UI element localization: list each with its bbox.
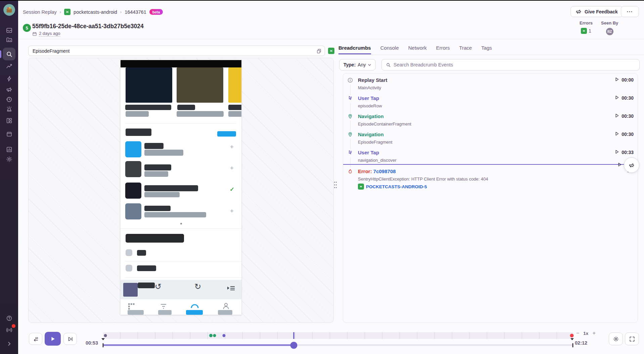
megaphone-icon xyxy=(629,162,635,168)
tab-errors[interactable]: Errors xyxy=(436,45,450,54)
timeline-event-marker[interactable] xyxy=(209,334,213,337)
give-feedback-button[interactable]: Give Feedback xyxy=(570,6,623,17)
event-title: User Tap xyxy=(358,95,382,101)
event-title: Replay Start xyxy=(358,77,387,83)
breadcrumb-separator: › xyxy=(60,9,61,14)
total-duration: 02:12 xyxy=(575,340,595,346)
breadcrumb-session-replay[interactable]: Session Replay xyxy=(23,9,57,15)
replay-phone-screen: + + ✓ + ↺ xyxy=(121,60,241,315)
speed-value[interactable]: 1x xyxy=(583,331,588,336)
errors-count: 1 xyxy=(589,28,591,34)
sidebar-item-replays[interactable] xyxy=(0,94,18,104)
breadcrumb-item[interactable]: User TapepisodeRow00:30 xyxy=(343,92,638,110)
replay-age[interactable]: 2 days ago xyxy=(32,31,60,37)
sidebar-item-help[interactable] xyxy=(0,313,18,323)
current-time-indicator xyxy=(343,164,638,165)
sidebar-item-dashboards[interactable] xyxy=(0,61,18,71)
sidebar-item-explore[interactable] xyxy=(0,48,18,60)
redo-icon: ↻ xyxy=(194,282,201,291)
android-platform-icon xyxy=(328,48,334,54)
seek-thumb[interactable] xyxy=(290,342,297,349)
wireframe-card xyxy=(177,67,223,103)
timeline-notch-error xyxy=(570,338,574,340)
cursor-tap-icon xyxy=(348,96,353,101)
wireframe-statusbar xyxy=(121,60,241,67)
sidebar-item-releases[interactable] xyxy=(0,129,18,139)
sidebar-item-performance[interactable] xyxy=(0,73,18,84)
tab-network[interactable]: Network xyxy=(408,45,427,54)
rewind-10-button[interactable]: 10 xyxy=(29,333,42,345)
event-description: EpisodeContainerFragment xyxy=(358,121,411,127)
wireframe-filter-icon xyxy=(160,304,168,310)
sidebar-item-alerts[interactable] xyxy=(0,104,18,114)
timeline-strip[interactable] xyxy=(103,332,573,339)
wireframe-grid-icon xyxy=(128,303,140,310)
sidebar-item-feedback[interactable] xyxy=(0,84,18,94)
timeline-event-marker[interactable] xyxy=(213,334,216,337)
breadcrumb-replay-id: 16443761 xyxy=(125,9,146,15)
breadcrumb-item[interactable]: Error: 7c098708SentryHttpClientException… xyxy=(343,165,638,192)
jump-to-timestamp[interactable]: 00:30 xyxy=(615,132,634,137)
sidebar-item-whats-new[interactable] xyxy=(0,325,18,335)
timeline-event-marker[interactable] xyxy=(570,334,573,338)
sidebar-expand-button[interactable] xyxy=(0,339,18,349)
tab-tags[interactable]: Tags xyxy=(481,45,492,54)
fire-icon xyxy=(348,169,353,174)
type-filter-value: Any xyxy=(358,62,366,67)
breadcrumb-item[interactable]: User Tapnavigation_discover00:33 xyxy=(343,146,638,164)
event-description: EpisodeFragment xyxy=(358,140,393,145)
pane-resize-handle[interactable] xyxy=(333,181,338,189)
wireframe-card xyxy=(228,67,241,103)
android-project-icon xyxy=(358,184,364,190)
wireframe-profile-icon xyxy=(222,302,230,310)
sidebar-item-projects[interactable] xyxy=(0,35,18,45)
breadcrumb-search xyxy=(381,59,640,70)
replay-viewport[interactable]: + + ✓ + ↺ xyxy=(28,58,334,323)
replay-settings-button[interactable] xyxy=(609,333,623,345)
timeline-event-marker[interactable] xyxy=(222,334,225,337)
org-avatar[interactable] xyxy=(3,4,15,16)
sidebar xyxy=(0,0,18,354)
speed-decrease-button[interactable]: − xyxy=(576,330,579,336)
project-issue-link[interactable]: POCKETCASTS-ANDROID-5 xyxy=(358,184,488,190)
tab-bar-divider xyxy=(338,55,644,55)
replay-dom-search-input[interactable] xyxy=(28,46,325,56)
event-body: Replay StartMainActivity xyxy=(358,77,387,90)
error-id-link[interactable]: 7c098708 xyxy=(373,168,396,174)
jump-to-timestamp[interactable]: 00:33 xyxy=(615,150,634,155)
breadcrumb-project[interactable]: pocketcasts-android xyxy=(74,9,117,15)
event-body: User TapepisodeRow xyxy=(358,95,382,108)
breadcrumb-search-input[interactable] xyxy=(394,62,635,67)
tab-console[interactable]: Console xyxy=(380,45,399,54)
breadcrumb-item[interactable]: NavigationEpisodeContainerFragment00:30 xyxy=(343,110,638,128)
type-filter-button[interactable]: Type: Any xyxy=(339,59,376,70)
jump-to-timestamp[interactable]: 00:30 xyxy=(615,95,634,101)
sidebar-item-stats[interactable] xyxy=(0,144,18,154)
speed-increase-button[interactable]: + xyxy=(592,330,595,336)
event-body: NavigationEpisodeContainerFragment xyxy=(358,113,411,127)
jump-to-timestamp[interactable]: 00:00 xyxy=(615,77,634,83)
seen-by-avatar[interactable]: RZ xyxy=(606,28,613,35)
event-description: MainActivity xyxy=(358,85,387,90)
seek-bar[interactable] xyxy=(103,344,573,346)
sidebar-item-issues[interactable] xyxy=(0,25,18,35)
sidebar-item-insights[interactable] xyxy=(0,115,18,125)
feedback-fab-button[interactable] xyxy=(624,157,639,173)
wireframe-check-icon: ✓ xyxy=(230,187,234,192)
search-icon xyxy=(386,62,391,67)
more-options-button[interactable]: ··· xyxy=(621,6,639,17)
breadcrumb-separator: › xyxy=(120,9,122,14)
sidebar-item-settings[interactable] xyxy=(0,154,18,164)
errors-label: Errors xyxy=(580,20,593,26)
fullscreen-button[interactable] xyxy=(625,333,639,345)
tab-trace[interactable]: Trace xyxy=(459,45,472,54)
tab-breadcrumbs[interactable]: Breadcrumbs xyxy=(338,45,371,54)
timeline-event-marker[interactable] xyxy=(104,334,107,337)
window-top-edge xyxy=(0,0,644,1)
breadcrumb-item[interactable]: Replay StartMainActivity00:00 xyxy=(343,73,638,92)
copy-icon[interactable] xyxy=(315,47,323,55)
svg-text:10: 10 xyxy=(35,336,38,339)
jump-to-timestamp[interactable]: 00:30 xyxy=(615,113,634,119)
play-button[interactable] xyxy=(45,332,61,346)
breadcrumb-item[interactable]: NavigationEpisodeFragment00:30 xyxy=(343,128,638,146)
